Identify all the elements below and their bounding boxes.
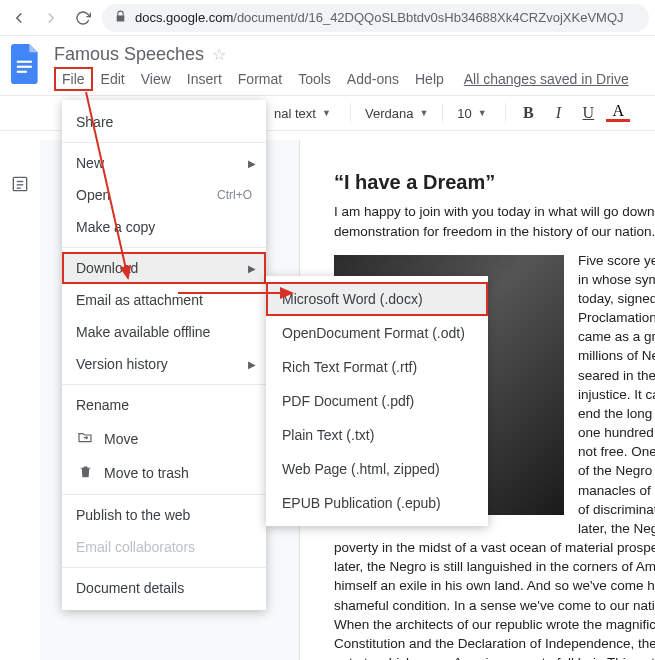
download-option-pdf[interactable]: PDF Document (.pdf) — [266, 384, 488, 418]
paragraph-style-label: nal text — [274, 106, 316, 121]
download-option-docx[interactable]: Microsoft Word (.docx) — [266, 282, 488, 316]
download-option-odt[interactable]: OpenDocument Format (.odt) — [266, 316, 488, 350]
menu-view[interactable]: View — [133, 67, 179, 91]
toolbar-separator — [505, 103, 506, 123]
document-title[interactable]: Famous Speeches — [54, 44, 204, 65]
file-menu: Share New▶ OpenCtrl+O Make a copy Downlo… — [62, 100, 266, 610]
chevron-right-icon: ▶ — [248, 263, 256, 274]
document-heading[interactable]: “I have a Dream” — [334, 168, 655, 196]
download-option-html[interactable]: Web Page (.html, zipped) — [266, 452, 488, 486]
file-menu-email-collaborators: Email collaborators — [62, 531, 266, 563]
file-menu-trash[interactable]: Move to trash — [62, 456, 266, 490]
save-status[interactable]: All changes saved in Drive — [464, 71, 629, 87]
bold-button[interactable]: B — [516, 104, 540, 122]
forward-button[interactable] — [38, 5, 64, 31]
font-label: Verdana — [365, 106, 413, 121]
toolbar-separator — [442, 103, 443, 123]
file-menu-open[interactable]: OpenCtrl+O — [62, 179, 266, 211]
menu-separator — [62, 567, 266, 568]
menu-separator — [62, 247, 266, 248]
svg-rect-0 — [17, 61, 32, 63]
file-menu-document-details[interactable]: Document details — [62, 572, 266, 604]
file-menu-rename[interactable]: Rename — [62, 389, 266, 421]
svg-rect-2 — [17, 71, 27, 73]
lock-icon — [114, 10, 127, 26]
italic-button[interactable]: I — [546, 104, 570, 122]
file-menu-make-copy[interactable]: Make a copy — [62, 211, 266, 243]
address-bar[interactable]: docs.google.com/document/d/16_42DQQoSLBb… — [102, 4, 649, 32]
menu-addons[interactable]: Add-ons — [339, 67, 407, 91]
toolbar-separator — [350, 103, 351, 123]
folder-move-icon — [76, 429, 94, 448]
paragraph-style-dropdown[interactable]: nal text▼ — [270, 104, 340, 123]
download-option-rtf[interactable]: Rich Text Format (.rtf) — [266, 350, 488, 384]
outline-toggle[interactable] — [6, 170, 34, 198]
document-paragraph[interactable]: I am happy to join with you today in wha… — [334, 202, 655, 240]
chevron-right-icon: ▶ — [248, 359, 256, 370]
file-menu-move[interactable]: Move — [62, 421, 266, 456]
url-text: docs.google.com/document/d/16_42DQQoSLBb… — [135, 10, 624, 25]
browser-toolbar: docs.google.com/document/d/16_42DQQoSLBb… — [0, 0, 655, 36]
file-menu-new[interactable]: New▶ — [62, 147, 266, 179]
star-icon[interactable]: ☆ — [212, 45, 226, 64]
menu-edit[interactable]: Edit — [93, 67, 133, 91]
chevron-down-icon: ▼ — [478, 108, 487, 118]
file-menu-email-attachment[interactable]: Email as attachment — [62, 284, 266, 316]
text-color-button[interactable]: A — [606, 104, 630, 122]
keyboard-shortcut: Ctrl+O — [217, 188, 252, 202]
menu-separator — [62, 142, 266, 143]
docs-logo[interactable] — [8, 42, 44, 90]
svg-rect-1 — [17, 66, 32, 68]
chevron-down-icon: ▼ — [419, 108, 428, 118]
file-menu-download[interactable]: Download▶ — [62, 252, 266, 284]
download-submenu: Microsoft Word (.docx) OpenDocument Form… — [266, 276, 488, 526]
docs-header: Famous Speeches ☆ File Edit View Insert … — [0, 36, 655, 91]
file-menu-available-offline[interactable]: Make available offline — [62, 316, 266, 348]
download-option-epub[interactable]: EPUB Publication (.epub) — [266, 486, 488, 520]
menu-file[interactable]: File — [54, 67, 93, 91]
back-button[interactable] — [6, 5, 32, 31]
chevron-right-icon: ▶ — [248, 158, 256, 169]
chevron-down-icon: ▼ — [322, 108, 331, 118]
trash-icon — [76, 464, 94, 482]
menu-separator — [62, 384, 266, 385]
underline-button[interactable]: U — [576, 104, 600, 122]
menu-help[interactable]: Help — [407, 67, 452, 91]
font-size-dropdown[interactable]: 10▼ — [453, 104, 495, 123]
menu-format[interactable]: Format — [230, 67, 290, 91]
file-menu-share[interactable]: Share — [62, 106, 266, 138]
menu-bar: File Edit View Insert Format Tools Add-o… — [54, 65, 647, 91]
menu-separator — [62, 494, 266, 495]
file-menu-publish[interactable]: Publish to the web — [62, 499, 266, 531]
menu-insert[interactable]: Insert — [179, 67, 230, 91]
font-dropdown[interactable]: Verdana▼ — [361, 104, 432, 123]
reload-button[interactable] — [70, 5, 96, 31]
file-menu-version-history[interactable]: Version history▶ — [62, 348, 266, 380]
menu-tools[interactable]: Tools — [290, 67, 339, 91]
download-option-txt[interactable]: Plain Text (.txt) — [266, 418, 488, 452]
font-size-label: 10 — [457, 106, 471, 121]
